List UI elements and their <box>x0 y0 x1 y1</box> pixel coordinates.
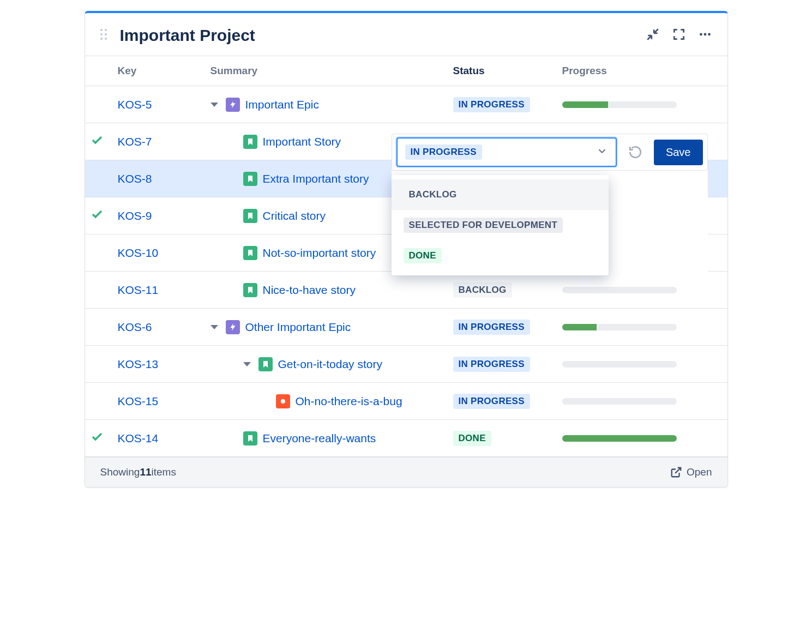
issue-key[interactable]: KOS-7 <box>118 135 210 148</box>
summary-text[interactable]: Important Epic <box>245 98 319 111</box>
table-row[interactable]: KOS-5Important EpicIN PROGRESS <box>85 86 727 123</box>
story-type-icon <box>243 283 257 297</box>
footer-count-suffix: items <box>152 466 176 478</box>
table-row[interactable]: KOS-13Get-on-it-today storyIN PROGRESS <box>85 346 727 383</box>
issue-key[interactable]: KOS-8 <box>118 172 210 185</box>
status-select-value: IN PROGRESS <box>405 145 482 160</box>
story-type-icon <box>243 246 257 260</box>
svg-point-2 <box>708 33 711 36</box>
summary-cell: Nice-to-have story <box>210 283 453 297</box>
more-icon[interactable] <box>698 27 712 44</box>
status-option-label: SELECTED FOR DEVELOPMENT <box>404 218 563 233</box>
col-status[interactable]: Status <box>453 65 562 77</box>
expand-caret-icon[interactable] <box>243 362 251 366</box>
issue-key[interactable]: KOS-10 <box>118 246 210 260</box>
story-type-icon <box>243 172 257 186</box>
progress-bar <box>562 324 677 330</box>
table-row[interactable]: KOS-14Everyone-really-wantsDONE <box>85 420 727 457</box>
card-header: Important Project <box>85 13 727 56</box>
table-row[interactable]: KOS-15Oh-no-there-is-a-bugIN PROGRESS <box>85 383 727 420</box>
summary-text[interactable]: Not-so-important story <box>263 246 376 260</box>
status-badge[interactable]: IN PROGRESS <box>453 357 530 372</box>
footer-count-prefix: Showing <box>100 466 140 478</box>
done-check-icon <box>91 208 118 224</box>
summary-text[interactable]: Other Important Epic <box>245 321 351 334</box>
status-badge[interactable]: IN PROGRESS <box>453 394 530 409</box>
summary-cell: Everyone-really-wants <box>210 431 453 446</box>
issue-key[interactable]: KOS-6 <box>118 321 210 334</box>
issue-key[interactable]: KOS-5 <box>118 98 210 111</box>
table-row[interactable]: KOS-11Nice-to-have storyBACKLOG <box>85 272 727 309</box>
status-option[interactable]: DONE <box>392 240 609 271</box>
summary-cell: Oh-no-there-is-a-bug <box>210 394 453 408</box>
status-badge[interactable]: IN PROGRESS <box>453 97 530 112</box>
progress-bar <box>562 101 677 108</box>
status-option[interactable]: SELECTED FOR DEVELOPMENT <box>392 210 609 240</box>
status-badge[interactable]: DONE <box>453 431 491 446</box>
progress-bar <box>562 287 677 293</box>
done-check-icon <box>91 430 118 446</box>
svg-point-3 <box>281 399 285 404</box>
status-option[interactable]: BACKLOG <box>392 179 609 210</box>
expand-caret-icon[interactable] <box>210 103 218 107</box>
status-select[interactable]: IN PROGRESS <box>396 137 617 167</box>
status-dropdown: BACKLOGSELECTED FOR DEVELOPMENTDONE <box>392 175 609 275</box>
progress-bar <box>562 435 677 442</box>
project-card: Important Project Key Summary Status Pro… <box>85 11 728 487</box>
status-editor-row: IN PROGRESS Save <box>392 134 708 171</box>
status-badge[interactable]: BACKLOG <box>453 282 512 298</box>
summary-text[interactable]: Everyone-really-wants <box>263 432 376 445</box>
external-link-icon <box>670 466 682 478</box>
footer-count: 11 <box>140 466 151 478</box>
summary-cell: Other Important Epic <box>210 320 453 334</box>
progress-bar <box>562 361 677 368</box>
drag-handle-icon[interactable] <box>100 29 110 42</box>
progress-bar <box>562 398 677 405</box>
bug-type-icon <box>276 394 290 408</box>
fullscreen-icon[interactable] <box>672 27 686 44</box>
story-type-icon <box>243 209 257 223</box>
open-link-label: Open <box>687 466 712 478</box>
issue-key[interactable]: KOS-14 <box>118 432 210 445</box>
svg-line-4 <box>675 468 681 473</box>
summary-text[interactable]: Nice-to-have story <box>263 284 356 297</box>
issue-key[interactable]: KOS-13 <box>118 358 210 371</box>
chevron-down-icon <box>596 145 608 159</box>
summary-text[interactable]: Critical story <box>263 209 326 222</box>
summary-cell: Get-on-it-today story <box>210 357 453 371</box>
summary-text[interactable]: Get-on-it-today story <box>278 358 382 371</box>
svg-point-0 <box>700 33 702 36</box>
open-link[interactable]: Open <box>670 466 712 478</box>
story-type-icon <box>243 135 257 149</box>
story-type-icon <box>258 357 273 371</box>
collapse-icon[interactable] <box>646 27 660 44</box>
header-actions <box>646 27 712 44</box>
epic-type-icon <box>226 98 240 112</box>
col-key[interactable]: Key <box>118 65 210 77</box>
save-button[interactable]: Save <box>654 140 703 165</box>
summary-text[interactable]: Extra Important story <box>263 172 369 185</box>
issue-key[interactable]: KOS-9 <box>118 209 210 222</box>
expand-caret-icon[interactable] <box>210 325 218 329</box>
epic-type-icon <box>226 320 240 334</box>
svg-point-1 <box>703 33 706 36</box>
table-header: Key Summary Status Progress <box>85 56 727 86</box>
col-progress[interactable]: Progress <box>562 65 696 77</box>
card-title: Important Project <box>120 26 646 45</box>
status-badge[interactable]: IN PROGRESS <box>453 320 530 335</box>
table-row[interactable]: KOS-6Other Important EpicIN PROGRESS <box>85 309 727 346</box>
issue-table: Key Summary Status Progress KOS-5Importa… <box>85 56 727 457</box>
story-type-icon <box>243 431 257 446</box>
done-check-icon <box>91 134 118 149</box>
summary-cell: Important Epic <box>210 98 453 112</box>
status-editor: IN PROGRESS Save BACKLOGSELECTED FOR DEV… <box>392 134 708 275</box>
summary-text[interactable]: Oh-no-there-is-a-bug <box>296 395 402 408</box>
status-option-label: DONE <box>404 248 442 263</box>
status-option-label: BACKLOG <box>404 187 462 202</box>
card-footer: Showing 11 items Open <box>85 457 727 487</box>
issue-key[interactable]: KOS-11 <box>118 284 210 297</box>
col-summary[interactable]: Summary <box>210 65 453 77</box>
issue-key[interactable]: KOS-15 <box>118 395 210 408</box>
summary-text[interactable]: Important Story <box>263 135 341 148</box>
undo-button[interactable] <box>623 140 647 164</box>
